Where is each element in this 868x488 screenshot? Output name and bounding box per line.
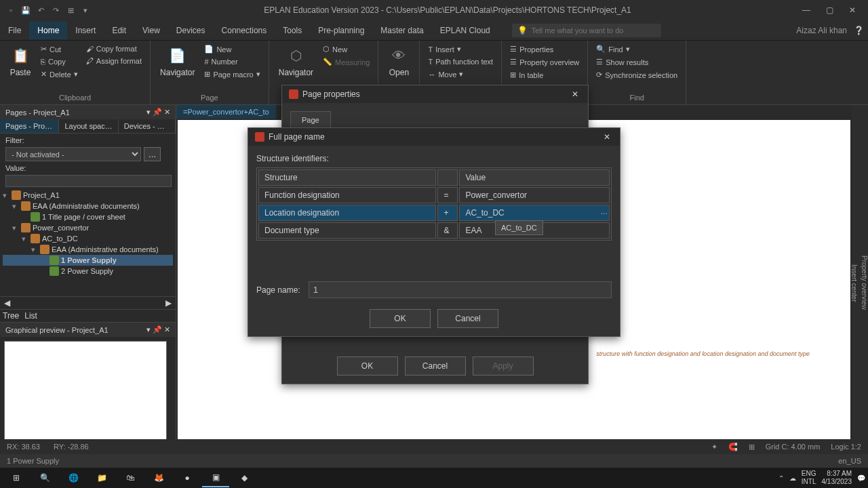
view-tree-tab[interactable]: Tree — [3, 311, 19, 321]
magnet-icon[interactable]: 🧲 — [728, 443, 738, 451]
full-page-close-icon[interactable]: ✕ — [601, 132, 613, 142]
insert-text-button[interactable]: TInsert▾ — [425, 43, 496, 55]
tell-me-input[interactable] — [532, 26, 656, 35]
store-icon[interactable]: 🛍 — [117, 468, 144, 487]
menu-connections[interactable]: Connections — [214, 22, 275, 39]
show-results-button[interactable]: ☰Show results — [593, 56, 680, 68]
start-button[interactable]: ⊞ — [3, 468, 30, 487]
panel-dropdown-icon[interactable]: ▾ — [146, 108, 151, 116]
snap-icon[interactable]: ✦ — [711, 443, 717, 451]
cut-button[interactable]: ✂Cut — [38, 43, 81, 55]
tray-lang-code[interactable]: ENG — [802, 470, 816, 477]
assign-format-button[interactable]: 🖍Assign format — [83, 56, 144, 66]
menu-file[interactable]: File — [0, 22, 29, 39]
copy-button[interactable]: ⎘Copy — [38, 56, 81, 67]
page-navigator-button[interactable]: 📄 Navigator — [156, 43, 199, 92]
more-icon[interactable]: ▾ — [80, 5, 91, 16]
project-tree[interactable]: ▾Project_A1 ▾EAA (Administrative documen… — [0, 187, 176, 296]
document-tab[interactable]: =Power_convertor+AC_to — [176, 105, 276, 119]
tab-pages[interactable]: Pages - Projec... — [0, 119, 59, 133]
full-page-cancel-button[interactable]: Cancel — [437, 309, 498, 328]
close-button[interactable]: ✕ — [842, 3, 863, 17]
menu-devices[interactable]: Devices — [168, 22, 214, 39]
explorer-icon[interactable]: 📁 — [88, 468, 115, 487]
path-function-button[interactable]: TPath function text — [425, 56, 496, 67]
row-function-designation[interactable]: Function designation = Power_convertor — [258, 187, 610, 203]
tray-cloud-icon[interactable]: ☁ — [789, 474, 796, 482]
redo-icon[interactable]: ↷ — [50, 5, 61, 16]
help-icon[interactable]: ❔ — [854, 26, 864, 35]
menu-preplanning[interactable]: Pre-planning — [310, 22, 372, 39]
firefox-icon[interactable]: 🦊 — [145, 468, 172, 487]
in-table-button[interactable]: ⊞In table — [507, 69, 582, 81]
filter-select[interactable]: - Not activated - — [5, 147, 141, 161]
tree-power-supply-2[interactable]: 2 Power Supply — [3, 266, 173, 277]
menu-tools[interactable]: Tools — [275, 22, 310, 39]
search-taskbar-icon[interactable]: 🔍 — [31, 468, 58, 487]
value-input[interactable] — [5, 175, 172, 187]
view-list-tab[interactable]: List — [24, 311, 37, 321]
value-browse-button[interactable]: ... — [601, 207, 608, 216]
page-name-input[interactable] — [309, 281, 612, 298]
save-icon[interactable]: 💾 — [20, 5, 31, 16]
properties-button[interactable]: ☰Properties — [507, 43, 582, 55]
tree-power-convertor[interactable]: ▾Power_convertor — [3, 222, 173, 233]
tree-eaa[interactable]: ▾EAA (Administrative documents) — [3, 201, 173, 211]
tab-layout[interactable]: Layout space -... — [59, 119, 118, 133]
tree-title-page[interactable]: 1 Title page / cover sheet — [3, 211, 173, 222]
filter-more-button[interactable]: ... — [144, 147, 161, 161]
3d-new-button[interactable]: ⬡New — [320, 43, 372, 55]
menu-masterdata[interactable]: Master data — [372, 22, 431, 39]
page-tab[interactable]: Page — [290, 111, 331, 128]
paste-button[interactable]: 📋 Paste — [5, 43, 35, 92]
tree-root[interactable]: ▾Project_A1 — [3, 190, 173, 201]
maximize-button[interactable]: ▢ — [819, 3, 840, 17]
sync-selection-button[interactable]: ⟳Synchronize selection — [593, 69, 680, 81]
menu-insert[interactable]: Insert — [67, 22, 104, 39]
tree-eaa-2[interactable]: ▾EAA (Administrative documents) — [3, 244, 173, 255]
page-props-cancel-button[interactable]: Cancel — [405, 357, 466, 375]
number-button[interactable]: #Number — [201, 56, 262, 67]
row-document-type[interactable]: Document type & EAA — [258, 222, 610, 239]
tell-me-search[interactable]: 💡 — [512, 24, 661, 37]
page-macro-button[interactable]: ⊞Page macro▾ — [201, 68, 262, 80]
menu-eplancloud[interactable]: EPLAN Cloud — [432, 22, 498, 39]
page-props-ok-button[interactable]: OK — [337, 357, 398, 375]
panel-pin-icon[interactable]: 📌 — [153, 108, 162, 116]
tray-chevron-icon[interactable]: ⌃ — [778, 474, 784, 482]
move-button[interactable]: ↔Move▾ — [425, 68, 496, 80]
property-overview-button[interactable]: ☰Property overview — [507, 56, 582, 68]
find-button[interactable]: 🔍Find▾ — [593, 43, 680, 55]
grid-icon[interactable]: ⊞ — [749, 443, 755, 451]
preview-pin-icon[interactable]: 📌 — [153, 325, 162, 333]
tree-ac-to-dc[interactable]: ▾AC_to_DC — [3, 233, 173, 244]
eplan-taskbar-icon[interactable]: ▣ — [202, 468, 229, 487]
undo-icon[interactable]: ↶ — [35, 5, 46, 16]
dropdown-item[interactable]: AC_to_DC — [501, 224, 537, 232]
app-taskbar-icon[interactable]: ◆ — [231, 468, 258, 487]
new-icon[interactable]: ▫ — [5, 5, 16, 16]
menu-home[interactable]: Home — [29, 22, 67, 39]
delete-button[interactable]: ✕Delete▾ — [38, 68, 81, 80]
tree-power-supply-1[interactable]: 1 Power Supply — [3, 255, 173, 266]
edge-icon[interactable]: 🌐 — [60, 468, 87, 487]
menu-edit[interactable]: Edit — [104, 22, 134, 39]
copy-format-button[interactable]: 🖌Copy format — [83, 43, 144, 54]
panel-close-icon[interactable]: ✕ — [164, 108, 170, 116]
row-location-designation[interactable]: Location designation + AC_to_DC... — [258, 205, 610, 221]
scroll-right-icon[interactable]: ▶ — [165, 298, 172, 308]
minimize-button[interactable]: — — [796, 3, 816, 17]
print-icon[interactable]: ⊞ — [65, 5, 76, 16]
tab-devices[interactable]: Devices - Proj... — [119, 119, 176, 133]
autocomplete-popup[interactable]: AC_to_DC — [495, 220, 543, 235]
notifications-icon[interactable]: 💬 — [857, 474, 865, 482]
scroll-left-icon[interactable]: ◀ — [4, 298, 10, 308]
new-page-button[interactable]: 📄New — [201, 43, 262, 55]
property-overview-tab[interactable]: Property overview — [861, 256, 868, 310]
menu-view[interactable]: View — [134, 22, 168, 39]
preview-dropdown-icon[interactable]: ▾ — [146, 325, 151, 333]
preview-close-icon[interactable]: ✕ — [164, 325, 170, 333]
chrome-icon[interactable]: ● — [174, 468, 201, 487]
full-page-ok-button[interactable]: OK — [370, 309, 431, 328]
page-props-close-icon[interactable]: ✕ — [569, 89, 581, 99]
